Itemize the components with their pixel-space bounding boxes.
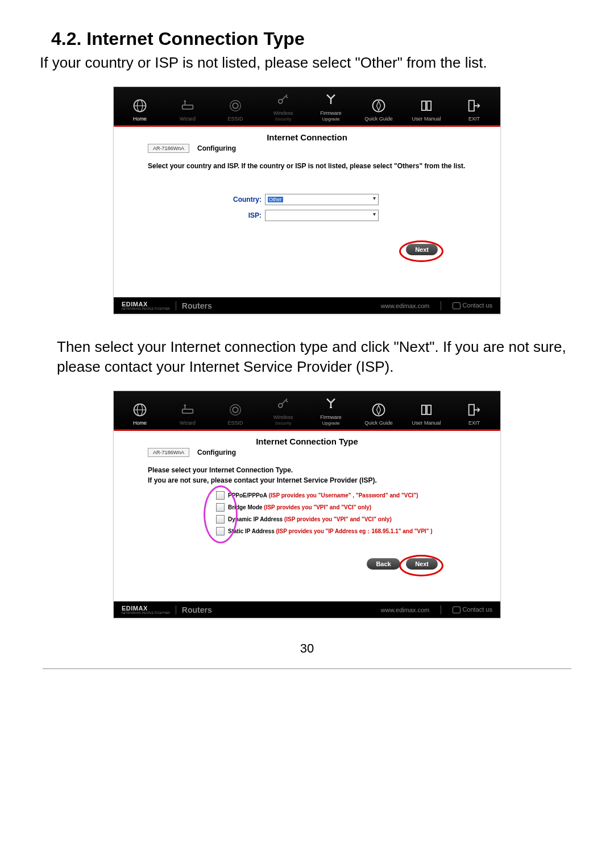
brand-logo: EDIMAXNETWORKING PEOPLE TOGETHER xyxy=(122,605,170,614)
highlight-ellipse-checkboxes xyxy=(204,485,238,543)
screenshot-internet-connection: Home Wizard ESSID Wireless Security Firm… xyxy=(113,86,501,314)
isp-select[interactable] xyxy=(265,210,379,221)
screenshot-connection-type: Home Wizard ESSID Wireless Security Firm… xyxy=(113,391,501,618)
nav-user-manual[interactable]: User Manual xyxy=(403,401,450,426)
svg-marker-5 xyxy=(184,100,186,102)
key-icon xyxy=(275,396,292,413)
svg-rect-25 xyxy=(469,405,474,416)
nav-user-manual[interactable]: User Manual xyxy=(403,97,450,122)
highlight-ellipse-next xyxy=(399,555,443,576)
nav-wizard[interactable]: Wizard xyxy=(164,401,211,426)
instruction-text: Please select your Internet Connection T… xyxy=(148,465,466,485)
nav-sublabel: Upgrade xyxy=(322,117,340,122)
exit-icon xyxy=(466,401,483,418)
nav-label: User Manual xyxy=(412,116,441,122)
nav-label: Quick Guide xyxy=(364,116,393,122)
nav-quick-guide[interactable]: Quick Guide xyxy=(355,401,403,426)
option-note: (ISP provides you "VPI" and "VCI" only) xyxy=(284,516,392,522)
nav-label: Home xyxy=(133,116,147,122)
key-icon xyxy=(275,92,292,109)
country-select-value: Other xyxy=(268,197,283,202)
wireless-eye-icon xyxy=(227,97,244,114)
nav-essid[interactable]: ESSID xyxy=(211,401,259,426)
router-nav-bar: Home Wizard ESSID Wireless Security Firm… xyxy=(114,391,500,429)
option-note: (ISP provides you "VPI" and "VCI" only) xyxy=(264,504,371,510)
nav-label: ESSID xyxy=(227,420,243,426)
svg-line-22 xyxy=(282,399,287,404)
country-select[interactable]: Other xyxy=(265,194,379,205)
nav-quick-guide[interactable]: Quick Guide xyxy=(355,97,403,122)
svg-line-23 xyxy=(286,400,288,402)
panel-title: Internet Connection Type xyxy=(148,437,466,446)
svg-rect-12 xyxy=(469,101,474,111)
svg-rect-3 xyxy=(182,105,193,109)
nav-sublabel: Upgrade xyxy=(322,421,340,426)
option-static-ip[interactable]: Static IP Address (ISP provides you "IP … xyxy=(216,527,466,535)
nav-label: Wizard xyxy=(180,420,196,426)
option-note: (ISP provides you "Username" , "Password… xyxy=(269,492,418,499)
svg-marker-18 xyxy=(184,404,186,406)
option-bridge[interactable]: Bridge Mode (ISP provides you "VPI" and … xyxy=(216,503,466,512)
nav-label: EXIT xyxy=(468,420,480,426)
option-pppoe[interactable]: PPPoE/PPPoA (ISP provides you "Username"… xyxy=(216,491,466,500)
footer-contact[interactable]: Contact us xyxy=(453,606,492,613)
nav-home[interactable]: Home xyxy=(116,97,164,122)
brand-logo: EDIMAXNETWORKING PEOPLE TOGETHER xyxy=(122,301,170,310)
svg-point-20 xyxy=(230,405,241,416)
nav-label: User Manual xyxy=(412,420,441,426)
footer-routers: Routers xyxy=(182,301,212,310)
router-footer: EDIMAXNETWORKING PEOPLE TOGETHER Routers… xyxy=(114,297,500,314)
nav-exit[interactable]: EXIT xyxy=(450,401,498,426)
page-number: 30 xyxy=(40,641,574,656)
nav-label: Wireless xyxy=(273,414,293,420)
svg-line-9 xyxy=(282,95,287,100)
configuring-label: Configuring xyxy=(197,144,236,152)
exit-icon xyxy=(466,97,483,114)
nav-label: EXIT xyxy=(468,116,480,122)
nav-label: Wizard xyxy=(180,116,196,122)
back-button[interactable]: Back xyxy=(367,558,400,570)
svg-point-7 xyxy=(230,101,241,111)
section-heading: 4.2. Internet Connection Type xyxy=(51,28,574,49)
nav-firmware-upgrade[interactable]: Firmware Upgrade xyxy=(307,92,355,122)
nav-wireless-security[interactable]: Wireless Security xyxy=(259,396,307,426)
globe-icon xyxy=(131,401,148,418)
router-icon xyxy=(179,97,196,114)
nav-home[interactable]: Home xyxy=(116,401,164,426)
model-label: AR-7186WnA xyxy=(148,144,189,153)
nav-firmware-upgrade[interactable]: Firmware Upgrade xyxy=(307,396,355,426)
instruction-line-2: If you are not sure, please contact your… xyxy=(148,475,466,485)
nav-essid[interactable]: ESSID xyxy=(211,97,259,122)
highlight-ellipse-next xyxy=(399,240,443,262)
nav-wizard[interactable]: Wizard xyxy=(164,97,211,122)
nav-label: ESSID xyxy=(227,116,243,122)
nav-sublabel: Security xyxy=(275,421,292,426)
middle-paragraph: Then select your Internet connection typ… xyxy=(57,337,574,377)
svg-line-10 xyxy=(286,96,288,98)
footer-contact[interactable]: Contact us xyxy=(453,302,492,309)
svg-rect-16 xyxy=(182,409,193,413)
svg-point-6 xyxy=(233,103,238,108)
download-star-icon xyxy=(322,396,339,413)
intro-text: If your country or ISP is not listed, pl… xyxy=(40,53,574,73)
mail-icon xyxy=(453,607,460,613)
isp-label: ISP: xyxy=(148,211,265,219)
compass-icon xyxy=(370,97,387,114)
nav-label: Wireless xyxy=(273,110,293,116)
book-icon xyxy=(418,401,435,418)
download-star-icon xyxy=(322,92,339,109)
nav-label: Firmware xyxy=(320,414,342,420)
footer-url[interactable]: www.edimax.com xyxy=(381,302,430,309)
nav-exit[interactable]: EXIT xyxy=(450,97,498,122)
nav-label: Firmware xyxy=(320,110,342,116)
instruction-line-1: Please select your Internet Connection T… xyxy=(148,465,466,475)
page-footer-rule xyxy=(43,668,571,669)
nav-label: Quick Guide xyxy=(364,420,393,426)
nav-wireless-security[interactable]: Wireless Security xyxy=(259,92,307,122)
option-note: (ISP provides you "IP Address eg：168.95.… xyxy=(276,528,432,534)
globe-icon xyxy=(131,97,148,114)
panel-title: Internet Connection xyxy=(148,132,466,142)
footer-url[interactable]: www.edimax.com xyxy=(381,607,430,613)
connection-type-options: PPPoE/PPPoA (ISP provides you "Username"… xyxy=(216,491,466,535)
option-dynamic-ip[interactable]: Dynamic IP Address (ISP provides you "VP… xyxy=(216,515,466,524)
